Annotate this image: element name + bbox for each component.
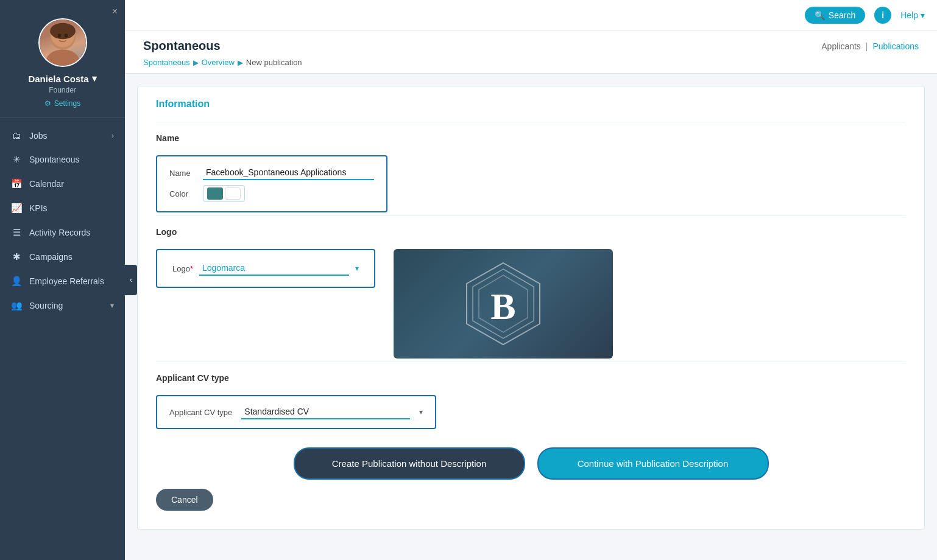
- cancel-row: Cancel: [156, 489, 906, 511]
- applicants-label: Applicants: [821, 41, 861, 51]
- activity-records-icon: ☰: [11, 227, 22, 238]
- jobs-icon: 🗂: [11, 130, 22, 141]
- cv-section-label: Applicant CV type: [156, 362, 906, 389]
- sidebar-item-label: Activity Records: [29, 228, 114, 237]
- topbar: 🔍 Search i Help ▾: [125, 0, 937, 30]
- sourcing-icon: 👥: [11, 300, 22, 311]
- avatar-image: [40, 19, 86, 66]
- color-label: Color: [169, 189, 203, 198]
- sidebar-item-label: Employee Referrals: [29, 276, 114, 286]
- cv-type-box: Applicant CV type Standardised CV Custom…: [156, 395, 436, 429]
- page-title: Spontaneous: [143, 39, 302, 53]
- breadcrumb-sep-1: ▶: [193, 58, 199, 67]
- sidebar-item-activity-records[interactable]: ☰ Activity Records: [0, 220, 125, 245]
- create-without-desc-button[interactable]: Create Publication without Description: [294, 447, 525, 480]
- sidebar-item-kpis[interactable]: 📈 KPIs: [0, 196, 125, 220]
- sidebar-item-label: Campaigns: [29, 252, 114, 262]
- cv-type-label: Applicant CV type: [169, 408, 232, 417]
- spontaneous-icon: ✳: [11, 154, 22, 165]
- logo-svg: B: [458, 258, 549, 349]
- calendar-icon: 📅: [11, 178, 22, 189]
- breadcrumb: Spontaneous ▶ Overview ▶ New publication: [143, 58, 302, 73]
- svg-point-5: [64, 33, 68, 38]
- color-swatch-teal: [207, 187, 223, 200]
- form-section-title: Information: [156, 86, 906, 119]
- svg-point-4: [57, 33, 61, 38]
- campaigns-icon: ✱: [11, 251, 22, 262]
- name-section-label: Name: [156, 122, 906, 149]
- svg-point-3: [50, 23, 76, 40]
- avatar: [38, 18, 87, 67]
- logo-field-box: Logo* Logomarca ▾: [156, 249, 375, 288]
- employee-referrals-icon: 👤: [11, 276, 22, 287]
- sidebar-item-spontaneous[interactable]: ✳ Spontaneous: [0, 147, 125, 172]
- name-form-box: Name Color: [156, 155, 387, 212]
- chevron-down-icon: ▾: [355, 264, 359, 273]
- page-header-right: Applicants | Publications: [821, 39, 919, 51]
- color-picker[interactable]: [203, 185, 245, 202]
- breadcrumb-spontaneous[interactable]: Spontaneous: [143, 58, 190, 67]
- chevron-down-icon: ▾: [110, 301, 114, 310]
- logo-section: Logo Logo* Logomarca ▾: [156, 215, 906, 359]
- page-header-left: Spontaneous Spontaneous ▶ Overview ▶ New…: [143, 39, 302, 73]
- search-button[interactable]: 🔍 Search: [805, 7, 865, 24]
- header-divider: |: [866, 41, 868, 51]
- gear-icon: ⚙: [44, 99, 51, 108]
- sidebar-profile: Daniela Costa ▾ Founder ⚙ Settings: [0, 0, 125, 117]
- sidebar-item-label: Jobs: [29, 131, 104, 141]
- sidebar-nav: 🗂 Jobs › ✳ Spontaneous 📅 Calendar 📈 KPIs…: [0, 117, 125, 560]
- logo-field-label: Logo*: [172, 264, 193, 273]
- chevron-down-icon: ▾: [419, 408, 423, 416]
- name-input[interactable]: [203, 166, 374, 180]
- breadcrumb-sep-2: ▶: [238, 58, 243, 67]
- form-container: Information Name Name Color: [137, 86, 925, 530]
- main-area: 🔍 Search i Help ▾ Spontaneous Spontaneou…: [125, 0, 937, 560]
- kpis-icon: 📈: [11, 203, 22, 214]
- sidebar-toggle-button[interactable]: ‹: [125, 265, 137, 295]
- cancel-button[interactable]: Cancel: [156, 489, 213, 511]
- sidebar-item-calendar[interactable]: 📅 Calendar: [0, 172, 125, 196]
- cv-type-section: Applicant CV type Applicant CV type Stan…: [156, 362, 906, 429]
- sidebar-item-label: Sourcing: [29, 301, 103, 310]
- logo-required-star: *: [190, 264, 193, 273]
- sidebar-close-icon[interactable]: ×: [112, 6, 118, 17]
- info-button[interactable]: i: [874, 7, 891, 24]
- content-wrapper: Spontaneous Spontaneous ▶ Overview ▶ New…: [125, 30, 937, 560]
- color-field-row: Color: [169, 185, 374, 202]
- svg-point-1: [46, 49, 79, 67]
- logo-section-label: Logo: [156, 216, 906, 243]
- color-swatch-white: [225, 187, 241, 200]
- svg-text:B: B: [490, 285, 515, 327]
- chevron-down-icon: ▾: [921, 10, 925, 20]
- page-header: Spontaneous Spontaneous ▶ Overview ▶ New…: [125, 30, 937, 74]
- user-role: Founder: [49, 86, 76, 94]
- search-icon: 🔍: [815, 10, 825, 20]
- continue-with-desc-button[interactable]: Continue with Publication Description: [537, 447, 769, 480]
- action-buttons-row: Create Publication without Description C…: [156, 447, 906, 480]
- user-name: Daniela Costa ▾: [28, 73, 96, 84]
- sidebar: × Daniela Costa: [0, 0, 125, 560]
- chevron-right-icon: ›: [111, 131, 114, 140]
- breadcrumb-current: New publication: [246, 58, 302, 67]
- publications-link[interactable]: Publications: [873, 41, 919, 51]
- sidebar-item-sourcing[interactable]: 👥 Sourcing ▾: [0, 293, 125, 318]
- logo-preview: B: [394, 249, 613, 359]
- settings-link[interactable]: ⚙ Settings: [44, 99, 80, 108]
- sidebar-item-jobs[interactable]: 🗂 Jobs ›: [0, 124, 125, 147]
- cv-type-select[interactable]: Standardised CV Custom CV No CV: [241, 405, 410, 419]
- sidebar-item-employee-referrals[interactable]: 👤 Employee Referrals: [0, 269, 125, 293]
- name-section: Name Name Color: [156, 122, 906, 212]
- help-button[interactable]: Help ▾: [900, 10, 925, 20]
- logo-section-content: Logo* Logomarca ▾: [156, 249, 906, 359]
- sidebar-item-label: Spontaneous: [29, 155, 114, 164]
- name-field-row: Name: [169, 166, 374, 180]
- logo-select[interactable]: Logomarca: [199, 261, 349, 276]
- dropdown-icon[interactable]: ▾: [92, 73, 97, 84]
- sidebar-item-campaigns[interactable]: ✱ Campaigns: [0, 245, 125, 269]
- sidebar-item-label: Calendar: [29, 179, 114, 189]
- breadcrumb-overview[interactable]: Overview: [202, 58, 235, 67]
- sidebar-item-label: KPIs: [29, 203, 114, 213]
- name-label: Name: [169, 169, 203, 178]
